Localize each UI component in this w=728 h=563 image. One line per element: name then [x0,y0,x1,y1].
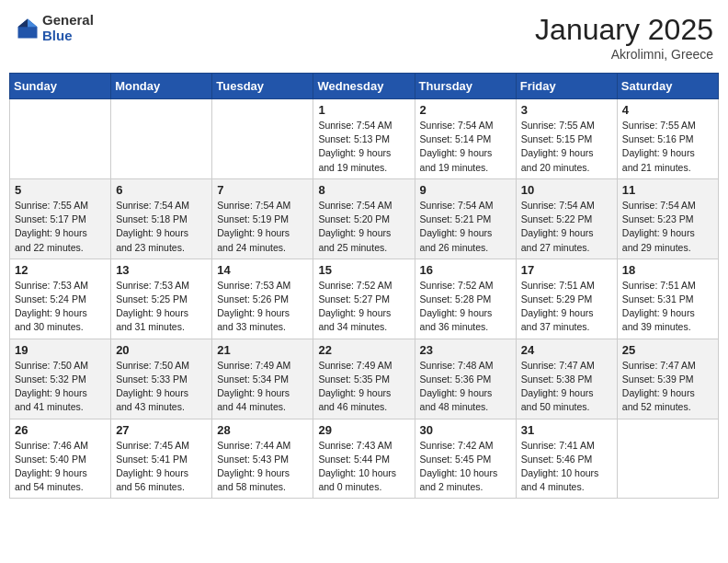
weekday-header-friday: Friday [516,74,617,99]
calendar-cell: 26Sunrise: 7:46 AMSunset: 5:40 PMDayligh… [10,419,111,499]
day-info: Sunrise: 7:47 AMSunset: 5:39 PMDaylight:… [622,359,713,415]
calendar-cell: 25Sunrise: 7:47 AMSunset: 5:39 PMDayligh… [617,339,718,419]
calendar-cell: 21Sunrise: 7:49 AMSunset: 5:34 PMDayligh… [212,339,313,419]
calendar-cell: 31Sunrise: 7:41 AMSunset: 5:46 PMDayligh… [516,419,617,499]
day-number: 22 [318,343,409,357]
day-info: Sunrise: 7:42 AMSunset: 5:45 PMDaylight:… [420,439,511,495]
day-info: Sunrise: 7:44 AMSunset: 5:43 PMDaylight:… [217,439,308,495]
calendar-week-row: 19Sunrise: 7:50 AMSunset: 5:32 PMDayligh… [10,339,719,419]
calendar-cell: 15Sunrise: 7:52 AMSunset: 5:27 PMDayligh… [313,259,415,339]
logo-blue-text: Blue [42,29,94,44]
day-number: 15 [318,263,409,277]
logo-general-text: General [42,13,94,29]
day-info: Sunrise: 7:52 AMSunset: 5:27 PMDaylight:… [318,279,409,335]
day-number: 19 [15,343,106,357]
weekday-header-thursday: Thursday [415,74,516,99]
day-number: 1 [318,103,409,117]
day-number: 17 [521,263,612,277]
day-info: Sunrise: 7:51 AMSunset: 5:31 PMDaylight:… [622,279,713,335]
calendar-cell: 8Sunrise: 7:54 AMSunset: 5:20 PMDaylight… [313,178,415,259]
day-info: Sunrise: 7:52 AMSunset: 5:28 PMDaylight:… [420,279,511,335]
calendar-cell: 17Sunrise: 7:51 AMSunset: 5:29 PMDayligh… [516,259,617,339]
day-number: 16 [420,263,511,277]
day-number: 28 [217,423,308,437]
day-number: 4 [622,103,713,117]
calendar-cell: 5Sunrise: 7:55 AMSunset: 5:17 PMDaylight… [10,178,111,259]
day-info: Sunrise: 7:54 AMSunset: 5:14 PMDaylight:… [420,119,511,175]
weekday-header-saturday: Saturday [617,74,718,99]
calendar-cell: 20Sunrise: 7:50 AMSunset: 5:33 PMDayligh… [111,339,212,419]
calendar-cell [111,99,212,179]
calendar-cell: 3Sunrise: 7:55 AMSunset: 5:15 PMDaylight… [516,99,617,179]
day-number: 11 [622,183,713,197]
calendar-week-row: 5Sunrise: 7:55 AMSunset: 5:17 PMDaylight… [10,178,719,259]
day-info: Sunrise: 7:43 AMSunset: 5:44 PMDaylight:… [318,439,409,495]
day-info: Sunrise: 7:41 AMSunset: 5:46 PMDaylight:… [521,439,612,495]
weekday-header-monday: Monday [111,74,212,99]
calendar-week-row: 12Sunrise: 7:53 AMSunset: 5:24 PMDayligh… [10,259,719,339]
calendar-cell: 1Sunrise: 7:54 AMSunset: 5:13 PMDaylight… [313,99,415,179]
day-number: 7 [217,183,308,197]
day-info: Sunrise: 7:53 AMSunset: 5:25 PMDaylight:… [116,279,207,335]
weekday-header-row: SundayMondayTuesdayWednesdayThursdayFrid… [10,74,719,99]
day-info: Sunrise: 7:55 AMSunset: 5:17 PMDaylight:… [15,199,106,255]
title-block: January 2025 Akrolimni, Greece [535,13,713,62]
day-number: 5 [15,183,106,197]
day-info: Sunrise: 7:54 AMSunset: 5:22 PMDaylight:… [521,199,612,255]
day-info: Sunrise: 7:49 AMSunset: 5:34 PMDaylight:… [217,359,308,415]
logo: General Blue [15,13,94,43]
calendar-cell: 19Sunrise: 7:50 AMSunset: 5:32 PMDayligh… [10,339,111,419]
calendar-cell [10,99,111,179]
day-number: 31 [521,423,612,437]
day-number: 20 [116,343,207,357]
day-number: 14 [217,263,308,277]
calendar-table: SundayMondayTuesdayWednesdayThursdayFrid… [9,73,719,499]
calendar-cell: 16Sunrise: 7:52 AMSunset: 5:28 PMDayligh… [415,259,516,339]
day-number: 26 [15,423,106,437]
day-info: Sunrise: 7:50 AMSunset: 5:33 PMDaylight:… [116,359,207,415]
calendar-cell: 4Sunrise: 7:55 AMSunset: 5:16 PMDaylight… [617,99,718,179]
calendar-week-row: 1Sunrise: 7:54 AMSunset: 5:13 PMDaylight… [10,99,719,179]
calendar-cell: 14Sunrise: 7:53 AMSunset: 5:26 PMDayligh… [212,259,313,339]
location: Akrolimni, Greece [535,47,713,62]
day-number: 24 [521,343,612,357]
weekday-header-tuesday: Tuesday [212,74,313,99]
calendar-cell: 11Sunrise: 7:54 AMSunset: 5:23 PMDayligh… [617,178,718,259]
day-number: 30 [420,423,511,437]
calendar-cell: 24Sunrise: 7:47 AMSunset: 5:38 PMDayligh… [516,339,617,419]
day-number: 21 [217,343,308,357]
day-number: 23 [420,343,511,357]
svg-marker-2 [18,18,28,27]
day-info: Sunrise: 7:54 AMSunset: 5:20 PMDaylight:… [318,199,409,255]
calendar-cell: 22Sunrise: 7:49 AMSunset: 5:35 PMDayligh… [313,339,415,419]
month-title: January 2025 [535,13,713,47]
calendar-cell: 12Sunrise: 7:53 AMSunset: 5:24 PMDayligh… [10,259,111,339]
day-info: Sunrise: 7:55 AMSunset: 5:16 PMDaylight:… [622,119,713,175]
page-header: General Blue January 2025 Akrolimni, Gre… [9,9,719,65]
calendar-cell: 18Sunrise: 7:51 AMSunset: 5:31 PMDayligh… [617,259,718,339]
day-info: Sunrise: 7:47 AMSunset: 5:38 PMDaylight:… [521,359,612,415]
calendar-cell: 6Sunrise: 7:54 AMSunset: 5:18 PMDaylight… [111,178,212,259]
day-info: Sunrise: 7:54 AMSunset: 5:21 PMDaylight:… [420,199,511,255]
day-number: 9 [420,183,511,197]
day-info: Sunrise: 7:51 AMSunset: 5:29 PMDaylight:… [521,279,612,335]
calendar-cell [212,99,313,179]
calendar-cell: 28Sunrise: 7:44 AMSunset: 5:43 PMDayligh… [212,419,313,499]
day-info: Sunrise: 7:53 AMSunset: 5:26 PMDaylight:… [217,279,308,335]
calendar-cell: 23Sunrise: 7:48 AMSunset: 5:36 PMDayligh… [415,339,516,419]
calendar-cell: 9Sunrise: 7:54 AMSunset: 5:21 PMDaylight… [415,178,516,259]
calendar-cell: 13Sunrise: 7:53 AMSunset: 5:25 PMDayligh… [111,259,212,339]
calendar-cell: 2Sunrise: 7:54 AMSunset: 5:14 PMDaylight… [415,99,516,179]
day-info: Sunrise: 7:55 AMSunset: 5:15 PMDaylight:… [521,119,612,175]
day-number: 27 [116,423,207,437]
day-info: Sunrise: 7:54 AMSunset: 5:19 PMDaylight:… [217,199,308,255]
day-info: Sunrise: 7:54 AMSunset: 5:13 PMDaylight:… [318,119,409,175]
day-info: Sunrise: 7:54 AMSunset: 5:18 PMDaylight:… [116,199,207,255]
weekday-header-sunday: Sunday [10,74,111,99]
day-number: 6 [116,183,207,197]
day-info: Sunrise: 7:54 AMSunset: 5:23 PMDaylight:… [622,199,713,255]
day-info: Sunrise: 7:49 AMSunset: 5:35 PMDaylight:… [318,359,409,415]
calendar-cell: 27Sunrise: 7:45 AMSunset: 5:41 PMDayligh… [111,419,212,499]
day-number: 18 [622,263,713,277]
calendar-week-row: 26Sunrise: 7:46 AMSunset: 5:40 PMDayligh… [10,419,719,499]
